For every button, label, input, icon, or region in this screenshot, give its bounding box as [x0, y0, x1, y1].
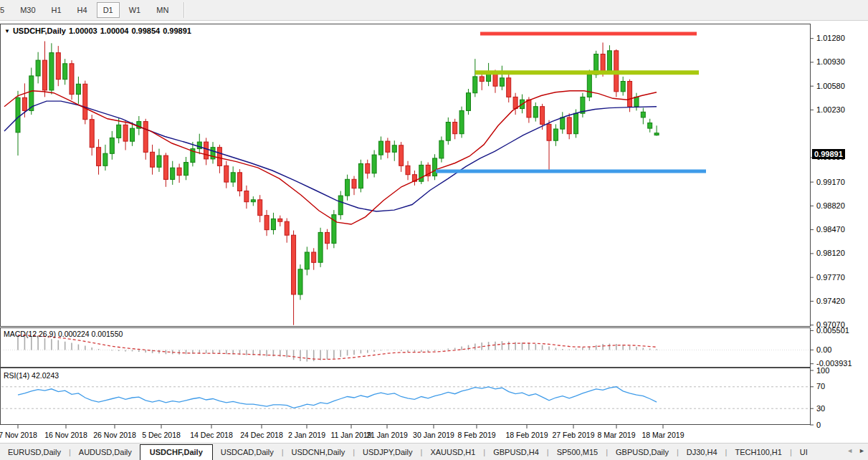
rsi-axis-label: 70: [816, 382, 825, 390]
date-axis-label: 2 Jan 2019: [288, 431, 325, 439]
symbol-tab-TECH100-H1[interactable]: TECH100,H1: [727, 445, 789, 460]
price-chart-canvas[interactable]: [0, 21, 868, 443]
date-axis-label: 7 Nov 2018: [0, 431, 37, 439]
tab-separator: |: [282, 448, 284, 456]
date-axis-label: 24 Dec 2018: [240, 431, 283, 439]
ohlc-low: 0.99854: [131, 27, 160, 35]
tab-separator: |: [69, 448, 71, 456]
trading-terminal-window: 5M30H1H4D1W1MN ▼USDCHF,Daily1.000031.000…: [0, 0, 868, 460]
tab-separator: |: [421, 448, 423, 456]
timeframe-button-H4[interactable]: H4: [71, 2, 94, 18]
tab-separator: |: [483, 448, 485, 456]
rsi-axis-label: 100: [816, 366, 829, 375]
price-axis-label: 0.98120: [816, 249, 845, 257]
tab-separator: |: [790, 448, 792, 456]
rsi-indicator-label: RSI(14) 42.0243: [4, 371, 59, 380]
date-axis-label: 18 Feb 2019: [506, 431, 548, 439]
symbol-tab-USDCNH-Daily[interactable]: USDCNH,Daily: [284, 445, 353, 460]
tab-separator: |: [725, 448, 728, 456]
price-axis-label: 1.00580: [816, 82, 845, 90]
price-axis-label: 1.01280: [816, 34, 845, 42]
tab-scroll-arrows: ◄ ►: [846, 447, 865, 454]
price-axis-label: 0.99170: [816, 178, 845, 186]
macd-axis-label: 0.00: [816, 345, 831, 354]
current-price-tag: 0.99891: [812, 149, 845, 159]
price-axis-label: 0.98820: [816, 201, 845, 210]
date-axis-label: 8 Feb 2019: [457, 431, 495, 439]
rsi-value: 42.0243: [32, 371, 59, 380]
chart-dropdown-icon[interactable]: ▼: [4, 28, 10, 34]
scroll-tabs-right-icon[interactable]: ►: [859, 447, 865, 454]
symbol-tab-GBPUSD-H4[interactable]: GBPUSD,H4: [485, 445, 547, 460]
date-axis-label: 14 Dec 2018: [190, 431, 233, 439]
symbol-tab-USDJPY-Daily[interactable]: USDJPY,Daily: [355, 445, 421, 460]
ohlc-close: 0.99891: [163, 27, 191, 35]
chart-title: ▼USDCHF,Daily1.000031.000040.998540.9989…: [4, 27, 194, 35]
date-axis-label: 21 Jan 2019: [366, 431, 408, 439]
tab-separator: |: [606, 448, 608, 456]
timeframe-button-MN[interactable]: MN: [150, 2, 175, 18]
price-axis-label: 1.00230: [816, 105, 845, 114]
symbol-tab-USDCHF-Daily[interactable]: USDCHF,Daily: [140, 444, 213, 460]
symbol-tabbar: EURUSD,Daily|AUDUSD,DailyUSDCHF,DailyUSD…: [0, 443, 868, 460]
symbol-tab-DJ30-H4[interactable]: DJ30,H4: [679, 445, 725, 460]
toolbar-separator: [183, 2, 185, 18]
timeframe-button-5[interactable]: 5: [0, 2, 11, 18]
main-pane[interactable]: [1, 24, 811, 327]
macd-signal-value: 0.001550: [92, 330, 123, 338]
date-axis-label: 11 Jan 2019: [330, 431, 371, 439]
macd-axis-label: 0.005501: [816, 326, 849, 335]
price-axis-label: 0.97770: [816, 273, 845, 282]
chart-symbol-label: USDCHF,Daily: [13, 27, 66, 35]
timeframe-button-H1[interactable]: H1: [45, 2, 68, 18]
date-axis-label: 30 Jan 2019: [413, 431, 454, 439]
macd-indicator-label: MACD(12,26,9) 0.000224 0.001550: [4, 330, 123, 338]
timeframe-button-M30[interactable]: M30: [14, 2, 42, 18]
date-axis-label: 18 Mar 2019: [642, 431, 685, 439]
ohlc-high: 1.00004: [100, 27, 129, 35]
rsi-axis-label: 30: [816, 404, 825, 413]
tab-separator: |: [677, 448, 679, 456]
date-axis-label: 27 Feb 2019: [553, 431, 595, 439]
price-axis-label: 0.98470: [816, 225, 845, 234]
symbol-tab-GBPUSD-Daily[interactable]: GBPUSD,Daily: [608, 445, 677, 460]
timeframe-button-D1[interactable]: D1: [97, 2, 120, 18]
timeframe-toolbar: 5M30H1H4D1W1MN: [0, 0, 868, 21]
symbol-tab-UI[interactable]: UI: [792, 445, 816, 460]
symbol-tabs: EURUSD,Daily|AUDUSD,DailyUSDCHF,DailyUSD…: [0, 443, 816, 460]
date-axis-label: 16 Nov 2018: [44, 431, 87, 439]
price-axis-label: 1.00930: [816, 57, 845, 66]
symbol-tab-AUDUSD-Daily[interactable]: AUDUSD,Daily: [71, 445, 140, 460]
ohlc-open: 1.00003: [69, 27, 97, 35]
scroll-tabs-left-icon[interactable]: ◄: [846, 447, 853, 454]
chart-region: ▼USDCHF,Daily1.000031.000040.998540.9989…: [0, 21, 868, 443]
macd-main-value: 0.000224: [58, 330, 90, 338]
timeframe-button-W1[interactable]: W1: [123, 2, 148, 18]
tab-separator: |: [547, 448, 549, 456]
symbol-tab-USDCAD-Daily[interactable]: USDCAD,Daily: [213, 445, 282, 460]
symbol-tab-XAUUSD-H1[interactable]: XAUUSD,H1: [422, 445, 483, 460]
date-axis-label: 8 Mar 2019: [597, 431, 635, 439]
symbol-tab-EURUSD-Daily[interactable]: EURUSD,Daily: [0, 445, 69, 460]
symbol-tab-SP500-M15[interactable]: SP500,M15: [549, 445, 606, 460]
price-axis-label: 0.97420: [816, 297, 845, 305]
rsi-pane[interactable]: [1, 368, 811, 425]
date-axis-label: 26 Nov 2018: [93, 431, 136, 439]
date-axis-label: 5 Dec 2018: [142, 431, 181, 439]
tab-separator: |: [353, 448, 355, 456]
rsi-axis-label: 0: [816, 421, 821, 429]
